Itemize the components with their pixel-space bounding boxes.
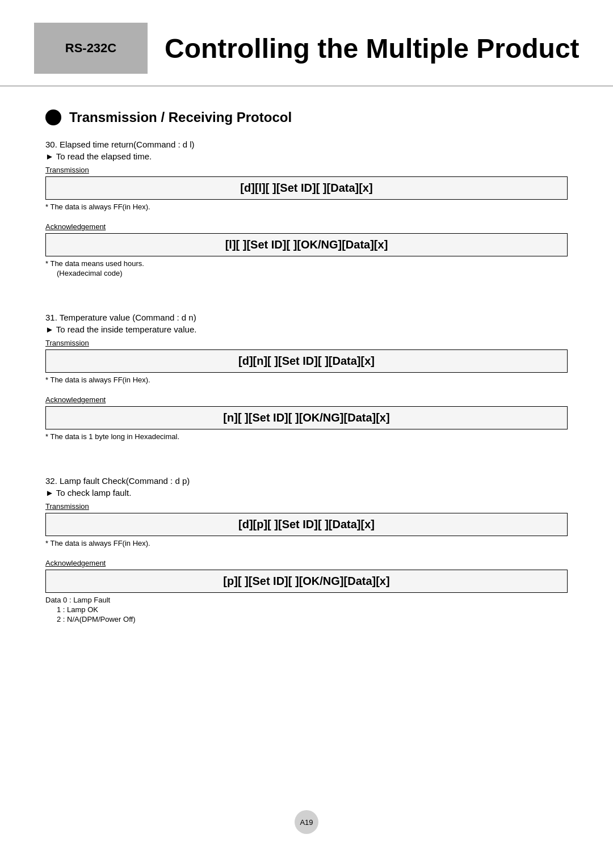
command-30-block: 30. Elapsed time return(Command : d l) ►… xyxy=(45,140,568,277)
section-bullet xyxy=(45,109,61,125)
cmd30-ack-note2: (Hexadecimal code) xyxy=(57,269,568,277)
section-header: Transmission / Receiving Protocol xyxy=(45,109,568,125)
cmd31-transmission-box: [d][n][ ][Set ID][ ][Data][x] xyxy=(45,349,568,373)
cmd32-ack-data3: 2 : N/A(DPM/Power Off) xyxy=(57,615,568,623)
cmd31-intro: 31. Temperature value (Command : d n) xyxy=(45,313,568,322)
rs232c-bar: RS-232C xyxy=(34,23,148,74)
cmd30-arrow: ► To read the elapsed time. xyxy=(45,151,568,161)
cmd32-intro: 32. Lamp fault Check(Command : d p) xyxy=(45,476,568,486)
cmd31-transmission-note: * The data is always FF(in Hex). xyxy=(45,376,568,384)
cmd30-transmission-label: Transmission xyxy=(45,166,568,174)
cmd32-ack-data1: Data 0 : Lamp Fault xyxy=(45,596,568,604)
section-title: Transmission / Receiving Protocol xyxy=(69,109,292,125)
cmd32-arrow: ► To check lamp fault. xyxy=(45,488,568,498)
main-title: Controlling the Multiple Product xyxy=(165,33,580,64)
page-number: A19 xyxy=(295,810,318,834)
command-31-block: 31. Temperature value (Command : d n) ► … xyxy=(45,313,568,441)
cmd30-transmission-note: * The data is always FF(in Hex). xyxy=(45,203,568,211)
cmd30-intro: 30. Elapsed time return(Command : d l) xyxy=(45,140,568,149)
page-footer: A19 xyxy=(295,810,318,834)
page-header: RS-232C Controlling the Multiple Product xyxy=(0,0,613,87)
cmd32-transmission-label: Transmission xyxy=(45,502,568,511)
cmd30-ack-label: Acknowledgement xyxy=(45,222,568,231)
cmd31-ack-note1: * The data is 1 byte long in Hexadecimal… xyxy=(45,432,568,441)
cmd30-transmission-box: [d][l][ ][Set ID][ ][Data][x] xyxy=(45,176,568,200)
cmd31-transmission-label: Transmission xyxy=(45,339,568,347)
cmd31-ack-label: Acknowledgement xyxy=(45,395,568,404)
cmd32-transmission-box: [d][p][ ][Set ID][ ][Data][x] xyxy=(45,513,568,536)
cmd32-ack-label: Acknowledgement xyxy=(45,559,568,567)
cmd31-ack-box: [n][ ][Set ID][ ][OK/NG][Data][x] xyxy=(45,406,568,429)
rs232c-label: RS-232C xyxy=(65,41,116,56)
cmd32-ack-data2: 1 : Lamp OK xyxy=(57,605,568,614)
cmd32-transmission-note: * The data is always FF(in Hex). xyxy=(45,539,568,547)
content-area: Transmission / Receiving Protocol 30. El… xyxy=(0,92,613,659)
cmd30-ack-note1: * The data means used hours. xyxy=(45,259,568,268)
command-32-block: 32. Lamp fault Check(Command : d p) ► To… xyxy=(45,476,568,623)
cmd32-ack-box: [p][ ][Set ID][ ][OK/NG][Data][x] xyxy=(45,570,568,593)
cmd31-arrow: ► To read the inside temperature value. xyxy=(45,325,568,334)
cmd30-ack-box: [l][ ][Set ID][ ][OK/NG][Data][x] xyxy=(45,233,568,256)
